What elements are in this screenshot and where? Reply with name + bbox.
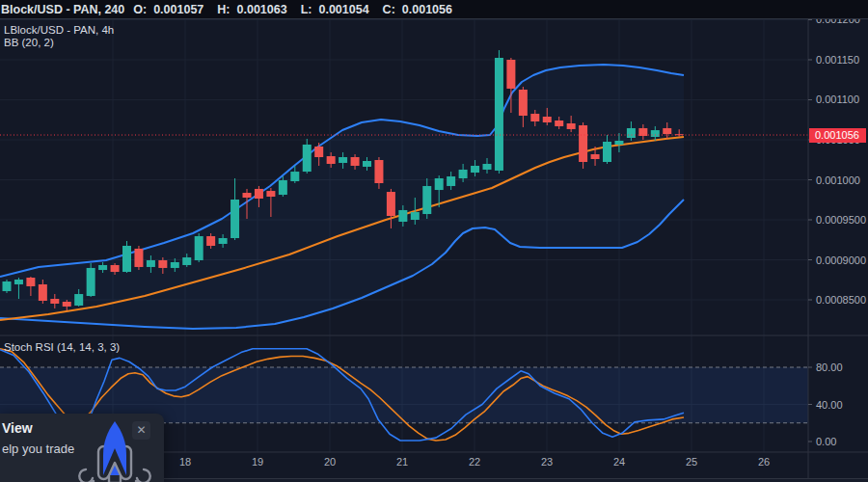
candle-bull — [435, 178, 444, 190]
candle-bull — [122, 246, 131, 272]
price-tick-label[interactable]: 0.001100 — [816, 94, 859, 105]
chart-header: Block/USD - PAN, 240 O:0.001057 H:0.0010… — [0, 0, 868, 19]
candle-bear — [387, 192, 395, 216]
stoch-rsi-legend: Stoch RSI (14, 14, 3, 3) — [4, 341, 120, 353]
ohlc-low-value: 0.001054 — [318, 3, 368, 16]
trading-chart-window: 0.0012000.0011500.0011000.0010500.001000… — [0, 0, 868, 482]
ohlc-close-value: 0.001056 — [402, 3, 452, 16]
candle-bull — [182, 257, 191, 265]
candle-bear — [638, 128, 647, 136]
ohlc-high-label: H:0.001063 — [217, 3, 293, 16]
candle-bull — [339, 157, 347, 163]
candle-bear — [663, 128, 671, 134]
candle-bull — [614, 141, 623, 145]
candle-bear — [314, 147, 323, 157]
candle-bull — [14, 280, 23, 284]
candle-bear — [206, 236, 215, 246]
candle-bear — [327, 156, 336, 164]
candle-bull — [98, 265, 107, 270]
candle-bull — [411, 212, 420, 220]
candle-bear — [255, 189, 263, 199]
candle-bear — [39, 284, 47, 301]
rsi-tick-label[interactable]: 0.00 — [816, 436, 836, 447]
candle-bear — [567, 123, 576, 129]
candle-bull — [147, 260, 155, 267]
ohlc-open-label: O:0.001057 — [133, 3, 210, 16]
time-tick-label[interactable]: 23 — [541, 456, 553, 468]
candle-bear — [63, 302, 71, 307]
candle-bear — [26, 278, 35, 286]
candle-bear — [50, 299, 59, 304]
candle-bear — [519, 90, 528, 116]
candle-bear — [111, 265, 120, 272]
candle-bull — [363, 161, 371, 167]
price-tick-label[interactable]: 0.001150 — [816, 54, 859, 66]
time-tick-label[interactable]: 26 — [758, 456, 770, 468]
price-tick-label[interactable]: 0.0008500 — [816, 294, 866, 306]
candle-bull — [447, 176, 455, 186]
time-tick-label[interactable]: 19 — [252, 456, 263, 468]
last-price-label: 0.001056 — [809, 128, 866, 143]
candle-bear — [158, 260, 167, 268]
candle-bull — [471, 166, 479, 173]
candle-bear — [351, 157, 360, 166]
candle-bear — [530, 114, 539, 121]
bb-fill-area — [0, 65, 684, 329]
candle-bear — [579, 125, 587, 162]
time-tick-label[interactable]: 21 — [396, 456, 408, 468]
time-tick-label[interactable]: 24 — [613, 456, 625, 468]
promo-popup: View elp you trade ✕ — [0, 414, 164, 482]
rsi-tick-label[interactable]: 80.00 — [816, 362, 843, 373]
candle-bull — [459, 170, 468, 178]
ohlc-open-value: 0.001057 — [153, 3, 203, 16]
symbol-title: Block/USD - PAN, 240 — [1, 3, 124, 16]
candle-bull — [603, 142, 611, 162]
chart-canvas[interactable]: 0.0012000.0011500.0011000.0010500.001000… — [0, 0, 868, 482]
time-tick-label[interactable]: 22 — [469, 456, 480, 468]
popup-title: View — [2, 420, 33, 436]
candle-bull — [627, 128, 636, 138]
candle-bull — [422, 186, 431, 214]
price-tick-label[interactable]: 0.0009000 — [816, 254, 866, 266]
candle-bull — [87, 268, 95, 296]
candle-bull — [290, 172, 299, 181]
rsi-tick-label[interactable]: 40.00 — [816, 399, 843, 411]
candle-bull — [231, 200, 239, 238]
time-tick-label[interactable]: 18 — [179, 456, 191, 468]
candle-bull — [219, 238, 228, 244]
candle-bull — [74, 294, 83, 306]
candle-bull — [171, 262, 179, 268]
candle-bull — [483, 164, 492, 170]
popup-subtitle: elp you trade — [2, 442, 74, 456]
candle-bull — [398, 210, 407, 222]
candle-bull — [495, 58, 503, 171]
candle-bull — [195, 236, 203, 260]
main-pane-legend: LBlock/USD - PAN, 4h BB (20, 2) — [4, 24, 114, 49]
candle-bull — [3, 281, 12, 291]
candle-bear — [266, 191, 275, 197]
legend-bb-indicator: BB (20, 2) — [4, 37, 114, 49]
candle-bear — [543, 117, 552, 122]
ohlc-close-label: C:0.001056 — [383, 3, 459, 16]
candle-bull — [303, 145, 312, 172]
time-tick-label[interactable]: 20 — [324, 456, 336, 468]
candle-bear — [374, 160, 383, 183]
time-tick-label[interactable]: 25 — [686, 456, 697, 468]
price-tick-label[interactable]: 0.0009500 — [816, 214, 866, 226]
candle-bull — [279, 180, 287, 195]
candle-bear — [243, 193, 252, 198]
ohlc-high-value: 0.001063 — [237, 3, 287, 16]
candle-bear — [591, 154, 600, 159]
ohlc-low-label: L:0.001054 — [301, 3, 376, 16]
legend-symbol-interval: LBlock/USD - PAN, 4h — [4, 24, 114, 37]
price-tick-label[interactable]: 0.001000 — [816, 174, 860, 186]
candle-bear — [134, 249, 143, 267]
candle-bull — [651, 130, 660, 137]
rocket-illustration — [77, 419, 152, 482]
candle-bear — [506, 60, 515, 89]
candle-bear — [555, 120, 563, 126]
